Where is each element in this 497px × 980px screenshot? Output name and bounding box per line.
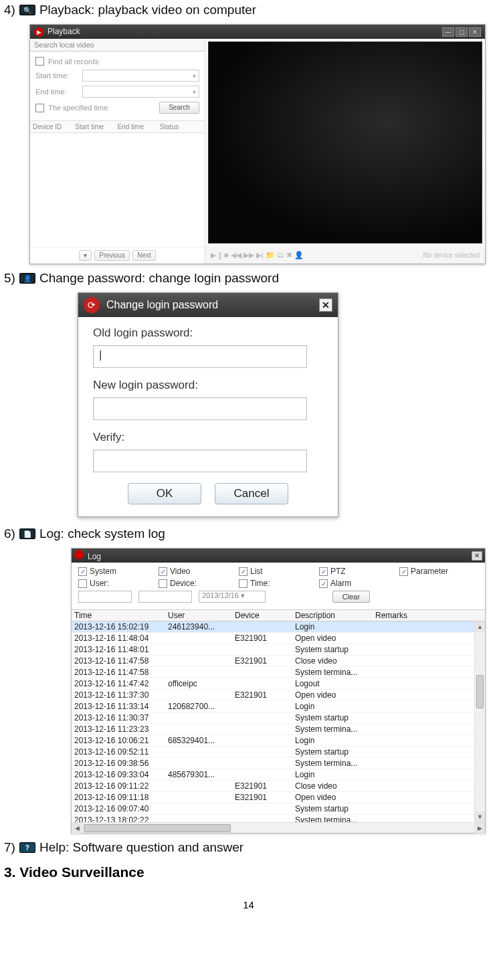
checkbox-icon[interactable]	[159, 567, 167, 576]
log-titlebar[interactable]: Log ✕	[72, 549, 485, 563]
log-icon: 📄	[19, 528, 35, 539]
table-row[interactable]: 2013-12-16 09:11:22E321901Close video	[72, 781, 485, 792]
filter-time[interactable]: Time:	[239, 579, 312, 588]
cell: 2013-12-16 09:33:04	[72, 769, 165, 780]
cell	[232, 701, 292, 712]
item-6: 6) 📄 Log: check system log	[4, 526, 493, 541]
cell: Login	[292, 735, 373, 746]
scroll-thumb[interactable]	[476, 675, 484, 708]
cell: officeipc	[165, 678, 232, 689]
cell	[373, 758, 485, 769]
log-app-icon	[74, 550, 84, 559]
filter-user[interactable]: User:	[78, 579, 152, 588]
table-row[interactable]: 2013-12-16 11:48:04E321901Open video	[72, 633, 485, 644]
scroll-left-icon[interactable]: ◀	[72, 823, 82, 834]
new-pw-input[interactable]	[93, 397, 307, 420]
cancel-button[interactable]: Cancel	[215, 483, 288, 504]
table-row[interactable]: 2013-12-16 09:33:04485679301...Login	[72, 769, 485, 781]
item-4-line: 4) 🔍 Playback: playback video on compute…	[4, 3, 493, 17]
table-row[interactable]: 2013-12-16 11:23:23System termina...	[72, 724, 485, 735]
filter-video[interactable]: Video	[159, 567, 232, 576]
search-button[interactable]: Search	[159, 102, 199, 114]
table-row[interactable]: 2013-12-16 11:48:01System startup	[72, 644, 485, 656]
cell	[373, 747, 485, 757]
filter-label: Parameter	[411, 567, 448, 576]
table-row[interactable]: 2013-12-16 11:30:37System startup	[72, 712, 485, 724]
result-table-header: Device ID Start time End time Status	[30, 120, 205, 133]
cell	[232, 735, 292, 746]
table-row[interactable]: 2013-12-16 11:37:30E321901Open video	[72, 690, 485, 701]
next-button[interactable]: Next	[132, 250, 156, 261]
item-4-text: Playback: playback video on computer	[39, 3, 256, 17]
checkbox-icon[interactable]	[319, 567, 328, 576]
filter-alarm[interactable]: Alarm	[319, 579, 393, 588]
scroll-down-icon[interactable]: ▼	[475, 811, 485, 822]
table-row[interactable]: 2013-12-16 09:38:56System termina...	[72, 758, 485, 769]
cell: 2013-12-16 09:11:18	[72, 792, 165, 803]
cell: 2013-12-16 11:48:04	[72, 633, 165, 644]
table-row[interactable]: 2013-12-16 11:33:14120682700...Login	[72, 701, 485, 712]
prev-button[interactable]: Previous	[94, 250, 130, 261]
filter-system[interactable]: System	[78, 567, 152, 576]
scroll-right-icon[interactable]: ▶	[474, 823, 485, 834]
checkbox-icon[interactable]	[239, 579, 247, 588]
table-row[interactable]: 2013-12-16 10:06:21685329401...Login	[72, 735, 485, 747]
log-close-button[interactable]: ✕	[472, 551, 482, 561]
minimize-button[interactable]: —	[442, 27, 454, 37]
filter-ptz[interactable]: PTZ	[319, 567, 393, 576]
filter-device[interactable]: Device:	[159, 579, 232, 588]
cell	[373, 712, 485, 723]
table-row[interactable]: 2013-12-16 11:47:42officeipcLogout	[72, 678, 485, 690]
cell: 2013-12-16 11:30:37	[72, 712, 165, 723]
checkbox-icon[interactable]	[239, 567, 247, 576]
specified-checkbox[interactable]	[35, 104, 44, 112]
cp-titlebar[interactable]: ⟳Change login password ✕	[78, 293, 338, 317]
maximize-button[interactable]: ▢	[456, 27, 468, 37]
cell: System termina...	[292, 724, 373, 734]
cell	[373, 701, 485, 712]
cp-close-button[interactable]: ✕	[319, 298, 332, 312]
table-row[interactable]: 2013-12-16 09:11:18E321901Open video	[72, 792, 485, 803]
checkbox-icon[interactable]	[399, 567, 408, 576]
checkbox-icon[interactable]	[78, 567, 87, 576]
filter-parameter[interactable]: Parameter	[399, 567, 473, 576]
playback-status-text: No device selected	[423, 252, 480, 259]
table-row[interactable]: 2013-12-16 09:07:40System startup	[72, 803, 485, 815]
ok-button[interactable]: OK	[128, 483, 201, 504]
checkbox-icon[interactable]	[78, 579, 87, 588]
cell: 685329401...	[165, 735, 232, 746]
time-filter-input[interactable]: 2013/12/16 ▾	[199, 591, 266, 603]
clear-button[interactable]: Clear	[332, 591, 370, 603]
start-time-input[interactable]: ▾	[82, 70, 199, 82]
filter-list[interactable]: List	[239, 567, 312, 576]
checkbox-icon[interactable]	[319, 579, 328, 588]
cell	[373, 678, 485, 689]
search-tab[interactable]: Search local video	[30, 39, 205, 52]
vertical-scrollbar[interactable]: ▲ ▼	[474, 621, 485, 822]
table-row[interactable]: 2013-12-16 09:52:11System startup	[72, 747, 485, 758]
checkbox-icon[interactable]	[159, 579, 167, 588]
old-pw-input[interactable]: |	[93, 345, 307, 368]
item-6-num: 6)	[4, 526, 15, 541]
user-filter-input[interactable]	[78, 591, 132, 603]
device-filter-input[interactable]	[138, 591, 192, 603]
cell: System termina...	[292, 758, 373, 769]
verify-pw-input[interactable]	[93, 450, 307, 472]
cell	[165, 724, 232, 734]
table-row[interactable]: 2013-12-16 15:02:19246123940...Login	[72, 621, 485, 633]
close-button[interactable]: ✕	[469, 27, 481, 37]
table-row[interactable]: 2013-12-13 18:02:22System termina...	[72, 815, 485, 822]
table-row[interactable]: 2013-12-16 11:47:58E321901Close video	[72, 656, 485, 667]
play-controls-icons[interactable]: ▶ ‖ ■ ◀◀ ▶▶ ▶| 📁 🗂 ✖ 👤	[211, 251, 304, 260]
scroll-up-icon[interactable]: ▲	[475, 621, 485, 632]
find-all-checkbox[interactable]	[35, 57, 44, 66]
item-6-line: 6) 📄 Log: check system log	[4, 526, 493, 541]
horizontal-scrollbar[interactable]: ◀ ▶	[72, 822, 485, 833]
cell	[373, 667, 485, 678]
playback-titlebar[interactable]: ▶Playback — ▢ ✕	[30, 25, 485, 39]
page-select[interactable]: ▾	[79, 250, 92, 261]
hscroll-thumb[interactable]	[84, 824, 231, 832]
end-time-input[interactable]: ▾	[82, 86, 199, 98]
table-row[interactable]: 2013-12-16 11:47:58System termina...	[72, 667, 485, 678]
cell: Login	[292, 621, 373, 632]
